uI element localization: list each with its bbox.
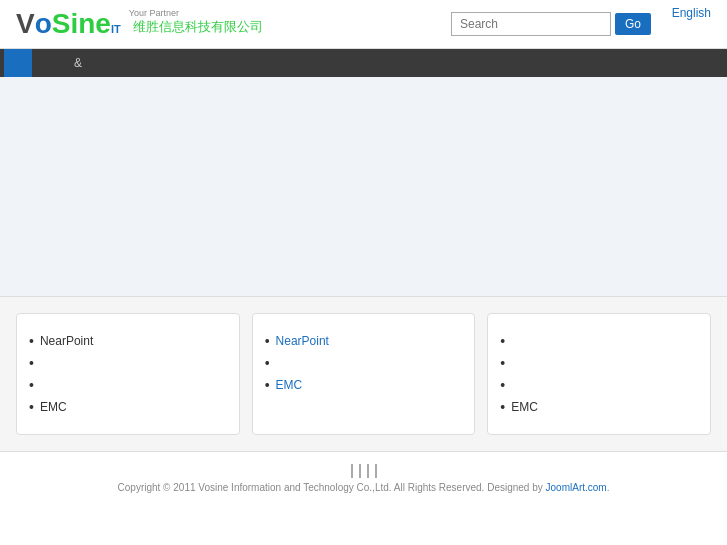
logo-o: o <box>35 8 52 40</box>
banner-area <box>0 77 727 297</box>
content-card-2: NearPoint EMC <box>252 313 476 435</box>
list-item-empty <box>29 374 227 396</box>
card-list-1: NearPoint EMC <box>29 330 227 418</box>
nearpoint-link[interactable]: NearPoint <box>276 334 329 348</box>
footer-divider <box>367 464 369 478</box>
emc-link[interactable]: EMC <box>276 378 303 392</box>
logo-v: V <box>16 8 35 40</box>
language-link[interactable]: English <box>672 6 711 20</box>
list-item-empty <box>500 352 698 374</box>
copyright-text: Copyright © 2011 Vosine Information and … <box>118 482 546 493</box>
footer-divider <box>375 464 377 478</box>
card-list-3: EMC <box>500 330 698 418</box>
footer: Copyright © 2011 Vosine Information and … <box>0 451 727 505</box>
footer-divider <box>359 464 361 478</box>
content-section: NearPoint EMC NearPoint EMC EMC <box>0 297 727 451</box>
list-item-link[interactable]: EMC <box>265 374 463 396</box>
logo-area: VoSineIT Your Partner 维胜信息科技有限公司 <box>16 8 263 40</box>
joomlart-link[interactable]: JoomlArt.com <box>546 482 607 493</box>
content-card-1: NearPoint EMC <box>16 313 240 435</box>
footer-copyright: Copyright © 2011 Vosine Information and … <box>12 482 715 493</box>
search-input[interactable] <box>451 12 611 36</box>
content-card-3: EMC <box>487 313 711 435</box>
list-item-empty <box>29 352 227 374</box>
list-item-link[interactable]: NearPoint <box>265 330 463 352</box>
nav-item-5[interactable] <box>152 49 180 77</box>
list-item: EMC <box>500 396 698 418</box>
search-area: Go <box>451 12 651 36</box>
logo: VoSineIT <box>16 8 121 40</box>
list-item-empty <box>265 352 463 374</box>
content-grid: NearPoint EMC NearPoint EMC EMC <box>16 313 711 435</box>
logo-chinese: 维胜信息科技有限公司 <box>133 19 263 34</box>
navbar: & <box>0 49 727 77</box>
go-button[interactable]: Go <box>615 13 651 35</box>
card-list-2: NearPoint EMC <box>265 330 463 396</box>
logo-it: IT <box>111 23 121 35</box>
nav-item-3[interactable] <box>96 49 124 77</box>
nav-item-4[interactable] <box>124 49 152 77</box>
list-item-empty <box>500 330 698 352</box>
logo-tagline: Your Partner <box>129 8 263 18</box>
nav-item-2[interactable]: & <box>60 49 96 77</box>
logo-sine: Sine <box>52 8 111 40</box>
nav-item-1[interactable] <box>32 49 60 77</box>
footer-dividers <box>12 464 715 478</box>
list-item-empty <box>500 374 698 396</box>
nav-item-home[interactable] <box>4 49 32 77</box>
header: VoSineIT Your Partner 维胜信息科技有限公司 Go Engl… <box>0 0 727 49</box>
list-item: EMC <box>29 396 227 418</box>
footer-divider <box>351 464 353 478</box>
list-item: NearPoint <box>29 330 227 352</box>
logo-info: Your Partner 维胜信息科技有限公司 <box>129 12 263 36</box>
